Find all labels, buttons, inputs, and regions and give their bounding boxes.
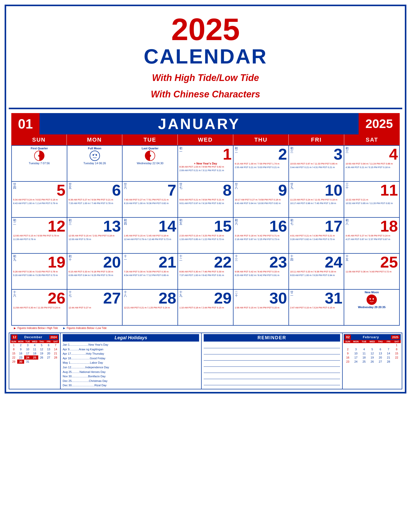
cell-day-20: 初十 20 6:15 AM PST 0.33 m / 6:18 PM PST 0… [67,254,123,290]
cell-12-top: 初二 12 [13,219,66,234]
prev-day-11: 11 [31,347,38,351]
tide-21a: 7:26 AM PST 0.30 m / 6:00 PM PST 0.30 m [124,270,176,273]
cell-day-30: 二十 30 1:58 AM PST 0.15 m / 2:44 PM PST 0… [233,290,289,326]
cell-day-8: 廿七 8 9:04 AM PST 0.21 m / 8:54 PM PST 0.… [178,182,233,218]
next-hdr-thu: THU [376,340,385,343]
cell-day-2: 初二 2 9:15 AM PST 1.00 m / 7:00 PM PST 1.… [233,146,289,182]
chinese-25: 十五 [345,255,349,261]
day-num-19: 19 [48,255,66,270]
svg-point-5 [94,154,96,155]
cell-day-13: 初三 13 12:55 AM PST 0.15 m / 2:01 PM PST … [67,218,123,254]
cell-day-26: 十六 26 11:59 AM PST 0.30 m / 11:30 PM PST… [12,290,67,326]
day-num-24: 24 [325,255,342,270]
tide-3b: 3:44 AM PST 0.21 m / 4:31 PM PST 0.21 m [290,166,343,169]
header: 2025 CALENDAR With High Tide/Low Tide Wi… [9,9,402,104]
footer-text: Figures Indicates Below • High Tide [17,327,58,329]
next-empty7 [393,360,401,364]
svg-point-4 [96,154,97,156]
next-mini-cal: 02 February 2025 SUN MON TUE WED THU FRI… [343,333,402,389]
cell-18-top: 初八 18 [345,219,398,234]
cell-28-top: 十八 28 [124,291,176,306]
svg-point-3 [92,154,94,156]
legal-item-4: Apr 18........................Good Frida… [63,356,199,361]
tide-28a: 12:21 AM PST 0.21 m / 1:25 PM PST 0.24 m [124,306,176,309]
cell-13-top: 初三 13 [69,219,121,234]
header-divider [9,108,402,109]
cell-day-9: 廿八 9 10:17 AM PST 0.27 m / 9:58 PM PST 0… [233,182,289,218]
day-num-13: 13 [103,219,121,234]
cell-day-11: 三十 11 12:22 AM PST 0.21 m 10:52 AM PST 0… [344,182,400,218]
chinese-1: 初一 [179,147,182,153]
chinese-14: 初四 [124,219,127,225]
cell-24-top: 十四 24 [290,255,343,270]
reminder-line-4 [204,361,340,367]
next-hdr-fri: FRI [385,340,393,343]
prev-day-5: 5 [38,343,45,347]
tide-4a: 10:50 AM PST 0.94 m / 11:24 PM PST 0.88 … [345,162,398,166]
prev-empty1 [31,360,38,364]
chinese-7: 廿六 [124,183,127,189]
day-num-7: 7 [167,183,176,198]
cell-4-top: 初三 4 [345,147,398,162]
tide-8a: 9:04 AM PST 0.21 m / 8:54 PM PST 0.21 m [179,198,232,201]
calendar-main: 01 JANUARY 2025 SUN MON TUE WED THU FRI … [9,113,402,331]
svg-point-9 [370,298,371,300]
day-num-30: 30 [269,291,287,306]
tide-16b: 2:18 AM PST 0.87 m / 2:25 PM PST 0.73 m [235,238,287,241]
chinese-17: 初七 [290,219,293,225]
day-num-25: 25 [380,255,398,270]
next-day-12: 12 [368,351,376,355]
cell-day-17: 初七 17 4:01 AM PST 0.21 m / 4:36 PM PST 0… [289,218,344,254]
cell-day-22: 十二 22 8:06 AM PST 0.30 m / 7:46 PM PST 0… [178,254,233,290]
next-day-21: 21 [385,355,393,360]
prev-day-21: 21 [52,351,59,355]
prev-day-18: 18 [31,351,38,355]
chinese-21: 十一 [124,255,127,261]
tide-13b: 12:00 AM PST 0.78 m [69,238,121,241]
next-day-3: 3 [352,347,360,351]
tide-20b: 6:09 AM PST 0.94 m / 6:25 PM PST 0.76 m [69,274,121,277]
cell-day-15: 初五 15 2:33 AM PST 0.15 m / 3:25 PM PST 0… [178,218,233,254]
footer-note: ▶ Figures Indicates Below • High Tide ▶ … [11,326,400,331]
full-moon-label: Full Moon [69,147,121,150]
prev-day-14: 14 [52,347,59,351]
prev-day-15: 15 [10,351,17,355]
legal-item-2: Apr 9............Araw ng Kagitingan [63,347,199,352]
chinese-13: 初三 [69,219,72,225]
day-num-16: 16 [269,219,287,234]
next-hdr-wed: WED [368,340,376,343]
prev-day-9: 9 [17,347,24,351]
prev-cal-year: 2024 [49,335,58,339]
tide-19a: 5:28 AM PST 0.30 m / 5:43 PM PST 0.78 m [13,270,66,273]
prev-day-22: 22 [10,355,17,360]
tide-4b: 4:36 AM PST 0.21 m / 5:15 PM PST 0.18 m [345,166,398,169]
prev-hdr-fri: FRI [45,340,52,343]
tide-30a: 1:58 AM PST 0.15 m / 2:44 PM PST 0.15 m [235,306,287,309]
cell-day-1: 初一 1 + New Year's Day 8:38 AM PST 1.03 m… [178,146,233,182]
arrow-right-icon2: ▶ [63,327,65,329]
cell-1-top: 初一 1 [179,147,232,162]
next-day-11: 11 [360,351,368,355]
tide-17a: 4:01 AM PST 0.21 m / 4:36 PM PST 0.21 m [290,234,343,237]
day-header-thu: THU [233,134,289,145]
prev-day-28: 28 [52,355,59,360]
prev-mini-cal: 12 December 2024 SUN MON TUE WED THU FRI… [9,333,61,389]
cell-25-top: 十五 25 [345,255,398,270]
tide-18a: 4:45 AM PST 0.27 m / 5:09 PM PST 0.24 m [345,234,398,237]
day-num-4: 4 [389,147,398,162]
tide-11b: 10:52 AM PST 0.85 m / 11:20 PM PST 0.82 … [345,202,398,205]
reminder-line-1 [204,343,340,348]
prev-day-10: 10 [24,347,31,351]
prev-day-29: 29 [10,360,17,364]
day-num-6: 6 [112,183,121,198]
cell-day-14: 初四 14 1:45 AM PST 0.15 m / 2:45 AM PST 0… [123,218,178,254]
day-num-23: 23 [269,255,287,270]
next-day-15: 15 [393,351,401,355]
chinese-26: 十六 [13,291,16,297]
tide-15a: 2:33 AM PST 0.15 m / 3:25 PM PST 0.18 m [179,234,232,237]
reminder-section: REMINDER [202,333,343,389]
lq-label: Last Quarter [124,147,176,150]
next-day-23: 23 [344,360,352,364]
tide-6b: 7:33 AM PST 1.00 m / 7:49 PM PST 0.78 m [69,202,121,205]
legal-section: Legal Holidays Jan 1....................… [61,333,202,389]
